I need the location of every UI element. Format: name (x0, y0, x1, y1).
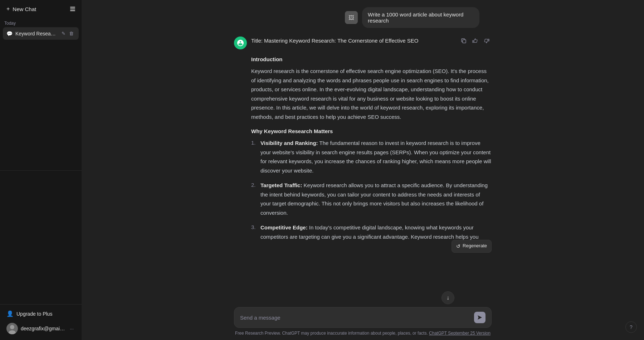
svg-rect-8 (463, 40, 466, 43)
assistant-title: Title: Mastering Keyword Research: The C… (251, 37, 454, 45)
footer-text: Free Research Preview. ChatGPT may produ… (235, 331, 428, 336)
new-chat-button[interactable]: + New Chat (3, 3, 65, 15)
regenerate-popup: ↺ Regenerate (452, 240, 492, 253)
user-message: 🖼 Write a 1000 word article about keywor… (234, 7, 492, 28)
list-content-2: Targeted Traffic: Keyword research allow… (260, 181, 492, 217)
article-body: Introduction Keyword research is the cor… (251, 55, 492, 241)
copy-button[interactable] (459, 37, 469, 45)
footer-link[interactable]: ChatGPT September 25 Version (429, 331, 491, 336)
thumbs-up-icon (472, 38, 478, 44)
sidebar: + New Chat Today 💬 Keyword Research for … (0, 0, 82, 340)
send-button[interactable] (474, 312, 486, 323)
user-message-wrapper: 🖼 Write a 1000 word article about keywor… (227, 7, 499, 28)
svg-text:🖼: 🖼 (348, 15, 354, 21)
message-actions (459, 37, 492, 45)
avatar (6, 323, 18, 334)
new-chat-label: New Chat (13, 6, 36, 12)
intro-paragraph: Keyword research is the cornerstone of e… (251, 67, 492, 121)
user-bubble: Write a 1000 word article about keyword … (362, 7, 479, 28)
sidebar-divider (0, 170, 82, 171)
thumbs-down-button[interactable] (482, 37, 492, 45)
user-row[interactable]: deezgrafix@gmail.com ··· (3, 320, 79, 337)
main-content: 🖼 Write a 1000 word article about keywor… (82, 0, 644, 340)
message-input[interactable] (240, 315, 471, 321)
assistant-message-wrapper: Title: Mastering Keyword Research: The C… (227, 37, 499, 247)
gpt-icon-svg (236, 39, 244, 47)
help-button[interactable]: ? (625, 321, 637, 333)
edit-chat-button[interactable]: ✎ (60, 30, 67, 37)
list-bold-2: Targeted Traffic: (260, 182, 302, 188)
upgrade-button[interactable]: 👤 Upgrade to Plus (3, 307, 79, 320)
regen-icon: ↺ (456, 242, 460, 250)
sidebar-toggle-button[interactable] (67, 3, 79, 15)
help-icon: ? (630, 324, 633, 330)
regenerate-label: Regenerate (463, 242, 487, 250)
chat-item-actions: ✎ 🗑 (60, 30, 75, 37)
list-content-1: Visibility and Ranking: The fundamental … (260, 139, 492, 175)
scroll-down-button[interactable]: ↓ (441, 291, 454, 304)
chat-bubble-icon: 💬 (6, 31, 13, 37)
assistant-header: Title: Mastering Keyword Research: The C… (251, 37, 492, 49)
list-num-3: 3. (251, 223, 258, 241)
intro-heading: Introduction (251, 55, 492, 64)
list-bold-3: Competitive Edge: (260, 224, 308, 230)
avatar-image (6, 323, 18, 334)
list-num-1: 1. (251, 139, 258, 175)
footer: Free Research Preview. ChatGPT may produ… (82, 328, 644, 340)
list-item-1: 1. Visibility and Ranking: The fundament… (251, 139, 492, 175)
assistant-avatar (234, 37, 247, 49)
svg-rect-0 (70, 7, 75, 8)
list-num-2: 2. (251, 181, 258, 217)
assistant-content: Title: Mastering Keyword Research: The C… (251, 37, 492, 247)
chat-item-label: Keyword Research for S (15, 31, 57, 37)
list-item-3: 3. Competitive Edge: In today's competit… (251, 223, 492, 241)
delete-chat-button[interactable]: 🗑 (68, 30, 75, 37)
input-box (234, 307, 492, 328)
sidebar-toggle-icon (69, 6, 76, 12)
user-email: deezgrafix@gmail.com (21, 326, 65, 331)
thumbs-up-button[interactable] (470, 37, 480, 45)
list-item-2: 2. Targeted Traffic: Keyword research al… (251, 181, 492, 217)
svg-rect-1 (70, 9, 75, 9)
list-content-3: Competitive Edge: In today's competitive… (260, 223, 492, 241)
user-circle-icon: 👤 (6, 310, 14, 317)
sidebar-top: + New Chat (0, 0, 82, 18)
svg-rect-2 (70, 10, 75, 11)
user-message-text: Write a 1000 word article about keyword … (368, 11, 474, 24)
list-bold-1: Visibility and Ranking: (260, 140, 318, 146)
section2-heading: Why Keyword Research Matters (251, 127, 492, 136)
svg-point-4 (10, 325, 14, 329)
upgrade-label: Upgrade to Plus (16, 311, 52, 317)
copy-icon (461, 38, 467, 44)
chat-item-keyword-research[interactable]: 💬 Keyword Research for S ✎ 🗑 (3, 27, 79, 40)
user-message-avatar: 🖼 (345, 11, 358, 24)
assistant-message: Title: Mastering Keyword Research: The C… (234, 37, 492, 247)
plus-icon: + (6, 6, 10, 12)
user-avatar-image: 🖼 (345, 11, 358, 24)
scroll-down-icon: ↓ (447, 295, 449, 301)
sidebar-bottom: 👤 Upgrade to Plus deezgrafix@gmail.com ·… (0, 304, 82, 340)
user-menu-button[interactable]: ··· (68, 325, 75, 332)
send-icon (477, 315, 482, 320)
chat-area: 🖼 Write a 1000 word article about keywor… (82, 0, 644, 307)
list-section: 1. Visibility and Ranking: The fundament… (251, 139, 492, 241)
thumbs-down-icon (484, 38, 489, 44)
section-today-label: Today (0, 18, 82, 27)
